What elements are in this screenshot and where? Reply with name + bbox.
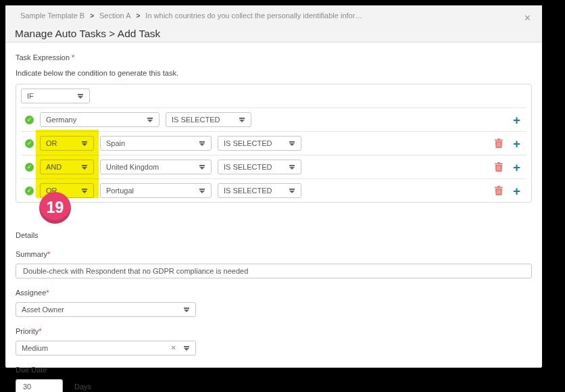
- condition-operator-value: IS SELECTED: [172, 116, 220, 124]
- breadcrumb-item-section[interactable]: Section A: [99, 11, 130, 20]
- condition-operator-dropdown[interactable]: IS SELECTED: [218, 160, 301, 174]
- chevron-down-icon: [147, 117, 153, 122]
- row-actions: +: [495, 155, 520, 178]
- condition-row: ✓ AND United Kingdom IS SELECTED: [16, 155, 531, 178]
- chevron-down-icon: [199, 188, 205, 193]
- condition-field-dropdown[interactable]: Portugal: [100, 183, 212, 198]
- add-task-dialog: Sample Template B > Section A > In which…: [5, 5, 542, 368]
- condition-field-value: Germany: [46, 116, 76, 124]
- condition-operator-value: IS SELECTED: [224, 163, 272, 171]
- breadcrumb-separator: >: [137, 12, 141, 20]
- dialog-header: Sample Template B > Section A > In which…: [5, 5, 542, 43]
- required-asterisk: *: [46, 289, 49, 297]
- logic-operator-value: OR: [46, 139, 57, 147]
- chevron-down-icon: [289, 188, 295, 193]
- assignee-dropdown[interactable]: Asset Owner: [16, 302, 196, 317]
- breadcrumb-item-question[interactable]: In which countries do you collect the pe…: [145, 11, 362, 20]
- logic-operator-dropdown[interactable]: OR: [40, 183, 94, 198]
- logic-operator-dropdown[interactable]: OR: [40, 136, 94, 151]
- delete-condition-button[interactable]: [495, 186, 503, 195]
- priority-dropdown[interactable]: Medium ✕: [16, 341, 196, 356]
- due-date-unit-label: Days: [74, 383, 91, 391]
- condition-operator-dropdown[interactable]: IS SELECTED: [218, 136, 301, 151]
- priority-label: Priority*: [16, 327, 532, 336]
- chevron-down-icon: [81, 164, 88, 170]
- breadcrumb-item-template[interactable]: Sample Template B: [20, 11, 84, 20]
- row-actions: +: [513, 108, 520, 131]
- condition-row: ✓ OR Portugal IS SELECTED +: [16, 179, 531, 202]
- task-expression-label: Task Expression*: [16, 53, 532, 62]
- close-icon[interactable]: ✕: [524, 14, 531, 22]
- assignee-value: Asset Owner: [22, 305, 64, 314]
- if-dropdown-value: IF: [27, 92, 34, 100]
- valid-check-icon: ✓: [25, 163, 34, 172]
- dropdown-icons: ✕: [171, 345, 190, 351]
- condition-row: ✓ OR Spain IS SELECTED +: [16, 132, 531, 155]
- details-section-label: Details: [16, 231, 532, 240]
- condition-row: ✓ Germany IS SELECTED +: [16, 108, 531, 131]
- chevron-down-icon: [199, 141, 205, 146]
- breadcrumb: Sample Template B > Section A > In which…: [20, 11, 362, 20]
- breadcrumb-separator: >: [90, 12, 94, 20]
- due-date-label: Due Date: [16, 366, 532, 374]
- chevron-down-icon: [81, 188, 88, 193]
- due-date-input[interactable]: [16, 379, 63, 392]
- condition-field-value: United Kingdom: [106, 163, 159, 171]
- summary-field[interactable]: [16, 264, 532, 278]
- add-condition-button[interactable]: +: [513, 114, 520, 126]
- condition-operator-value: IS SELECTED: [224, 187, 272, 195]
- chevron-down-icon: [239, 117, 245, 122]
- condition-operator-dropdown[interactable]: IS SELECTED: [166, 112, 251, 127]
- add-condition-button[interactable]: +: [513, 185, 520, 197]
- condition-field-dropdown[interactable]: Spain: [100, 136, 212, 151]
- required-asterisk: *: [47, 250, 50, 258]
- condition-builder: IF ✓ Germany IS SELECTED +: [16, 84, 532, 203]
- assignee-label: Assignee*: [16, 289, 532, 297]
- task-expression-helper: Indicate below the condition to generate…: [16, 69, 532, 78]
- trash-icon: [495, 162, 503, 172]
- priority-value: Medium: [22, 344, 48, 352]
- summary-label-text: Summary: [16, 250, 47, 258]
- clear-selection-icon[interactable]: ✕: [171, 345, 176, 351]
- chevron-down-icon: [183, 307, 190, 312]
- valid-check-icon: ✓: [25, 187, 34, 195]
- logic-operator-value: AND: [46, 163, 62, 171]
- valid-check-icon: ✓: [25, 139, 34, 148]
- dialog-body: Task Expression* Indicate below the cond…: [5, 43, 542, 368]
- priority-label-text: Priority: [16, 327, 39, 335]
- condition-operator-dropdown[interactable]: IS SELECTED: [218, 183, 301, 198]
- row-actions: +: [495, 179, 520, 202]
- required-asterisk: *: [72, 53, 74, 62]
- chevron-down-icon: [81, 141, 88, 146]
- task-expression-label-text: Task Expression: [16, 53, 70, 62]
- logic-operator-dropdown[interactable]: AND: [40, 160, 94, 174]
- logic-operator-value: OR: [46, 187, 57, 195]
- delete-condition-button[interactable]: [495, 162, 503, 172]
- chevron-down-icon: [199, 164, 205, 170]
- required-asterisk: *: [39, 327, 41, 335]
- chevron-down-icon: [183, 345, 190, 351]
- condition-operator-value: IS SELECTED: [224, 139, 272, 147]
- if-dropdown[interactable]: IF: [21, 89, 90, 103]
- page-title: Manage Auto Tasks > Add Task: [15, 28, 160, 40]
- chevron-down-icon: [77, 93, 84, 99]
- delete-condition-button[interactable]: [495, 139, 503, 148]
- trash-icon: [495, 186, 503, 195]
- condition-field-value: Portugal: [106, 187, 134, 195]
- chevron-down-icon: [289, 164, 295, 170]
- row-actions: +: [495, 132, 520, 155]
- if-row: IF: [16, 84, 531, 107]
- add-condition-button[interactable]: +: [513, 161, 520, 174]
- due-date-row: Days: [16, 379, 532, 392]
- add-condition-button[interactable]: +: [513, 137, 520, 150]
- assignee-label-text: Assignee: [16, 289, 46, 297]
- trash-icon: [495, 139, 503, 148]
- condition-field-value: Spain: [106, 139, 125, 147]
- summary-label: Summary*: [16, 250, 532, 259]
- valid-check-icon: ✓: [25, 116, 34, 124]
- condition-field-dropdown[interactable]: Germany: [40, 112, 159, 127]
- chevron-down-icon: [289, 141, 295, 146]
- condition-field-dropdown[interactable]: United Kingdom: [100, 160, 212, 174]
